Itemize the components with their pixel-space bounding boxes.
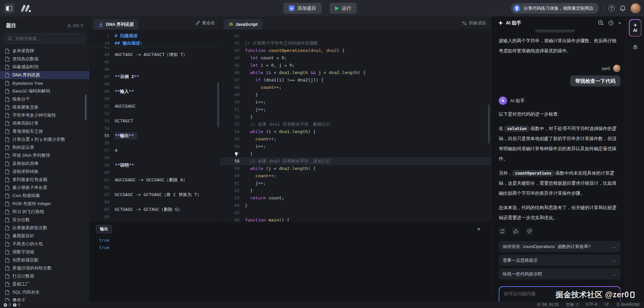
- code-line[interactable]: 45 let i = 0, j = 0;: [220, 62, 491, 69]
- run-button[interactable]: 运行: [330, 3, 357, 14]
- status-item[interactable]: {} JavaScript: [617, 302, 639, 308]
- markdown-line[interactable]: 65GCTGAGC -> GCTAGC（删除 G）: [90, 206, 220, 213]
- code-line[interactable]: 59 while (j < dna2.length) {: [220, 165, 491, 172]
- markdown-line[interactable]: 50: [90, 95, 220, 103]
- suggestion-chip[interactable]: 如何优化 `countOperations` 函数的计算效率?→: [499, 241, 621, 252]
- markdown-line[interactable]: 58: [90, 154, 220, 162]
- search-input[interactable]: [15, 36, 82, 41]
- markdown-scrollbar[interactable]: [217, 82, 219, 127]
- sidebar-item-selected[interactable]: DNA 序列还原: [0, 71, 90, 79]
- status-item[interactable]: 行 58, 列 25: [537, 302, 558, 308]
- code-line[interactable]: 43function countOperations(dna1, dna2) {: [220, 47, 491, 54]
- code-line[interactable]: 51 j++;: [220, 106, 491, 113]
- code-scrollbar[interactable]: [488, 105, 490, 143]
- markdown-line[interactable]: 59**说明**: [90, 162, 220, 169]
- sidebar-item[interactable]: 蛋糕工厂: [0, 280, 90, 288]
- thumbs-down-button[interactable]: [526, 228, 533, 235]
- rename-button[interactable]: 重命名: [196, 16, 215, 29]
- code-line[interactable]: 55 count++;: [220, 135, 491, 143]
- sidebar-item[interactable]: 猜数字游戏: [0, 248, 90, 256]
- code-line[interactable]: 44 let count = 0;: [220, 54, 491, 62]
- markdown-line[interactable]: 18## 输出描述:: [90, 40, 220, 47]
- sidebar-item[interactable]: 叠盘子: [0, 296, 90, 302]
- code-line[interactable]: 49 }: [220, 91, 491, 99]
- thumbs-up-button[interactable]: [512, 228, 520, 235]
- add-problem-button[interactable]: + 添加题目: [283, 3, 322, 14]
- sidebar-item[interactable]: 最小替换子串长度: [0, 184, 90, 192]
- code-line[interactable]: 42// 计算两个字符串之间的操作步骤数: [220, 40, 491, 47]
- markdown-line[interactable]: 53GCTAGCT: [90, 117, 220, 125]
- suggestion-chip[interactable]: 需要一点思路提示→: [499, 255, 621, 266]
- sidebar-item[interactable]: 多米诺骨牌: [0, 47, 90, 55]
- sidebar-item[interactable]: 拿到最多红包金额: [0, 176, 90, 184]
- code-line[interactable]: 60 count++;: [220, 172, 491, 180]
- code-line[interactable]: 62 }: [220, 187, 491, 194]
- errors-indicator[interactable]: 0: [3, 303, 11, 307]
- markdown-line[interactable]: 62: [90, 184, 220, 191]
- markdown-line[interactable]: 52: [90, 110, 220, 117]
- sidebar-scrollbar[interactable]: [85, 95, 87, 120]
- sidebar-item[interactable]: SQL 代码补全: [0, 288, 90, 296]
- code-line[interactable]: 64}: [220, 202, 491, 209]
- code-line[interactable]: 53 // 如果 dna1 还有剩余字符，删除它们: [220, 121, 491, 128]
- markdown-line[interactable]: 56: [90, 139, 220, 147]
- lightbulb-icon[interactable]: [234, 152, 238, 157]
- promo-banner-button[interactable]: 分享代码练习体验，领限量定制周边: [511, 3, 599, 14]
- output-close-icon[interactable]: ×: [477, 226, 485, 232]
- close-icon[interactable]: ×: [618, 20, 621, 25]
- sidebar-item[interactable]: 及格如此简单: [0, 160, 90, 168]
- user-avatar[interactable]: [631, 3, 641, 13]
- sidebar-item[interactable]: 百分位数: [0, 216, 90, 224]
- bell-icon[interactable]: [620, 5, 626, 12]
- history-icon[interactable]: [608, 20, 614, 26]
- markdown-line[interactable]: 45: [90, 58, 220, 66]
- status-item[interactable]: LF: [605, 302, 609, 308]
- app-logo[interactable]: [20, 4, 32, 13]
- code-line[interactable]: 56 i++;: [220, 143, 491, 150]
- sidebar-item[interactable]: 比赛最高获胜次数: [0, 224, 90, 232]
- sidebar-item[interactable]: 链表聚集交换: [0, 103, 90, 111]
- sidebar-item[interactable]: 进制求和转换: [0, 168, 90, 176]
- output-tab[interactable]: 输出: [96, 225, 112, 233]
- help-icon[interactable]: ?: [608, 5, 615, 11]
- sidebar-item[interactable]: 计算位置 x 到 y 的最少步数: [0, 135, 90, 143]
- code-line[interactable]: 48 count++;: [220, 84, 491, 91]
- sidebar-item[interactable]: Bytedance Tree: [0, 79, 90, 87]
- sidebar-item[interactable]: 字符串有多少种可能性: [0, 111, 90, 119]
- code-line[interactable]: 47 if (dna1[i] !== dna2[j]) {: [220, 76, 491, 84]
- markdown-line[interactable]: 44AGCTAGC -> AGCTAGCT（增加 T）: [90, 51, 220, 58]
- switch-language-button[interactable]: 切换语言: [462, 16, 486, 29]
- sidebar-item[interactable]: 暴雨梨花针: [0, 232, 90, 240]
- sidebar-item[interactable]: 猫鱼分干: [0, 95, 90, 103]
- sidebar-item[interactable]: 创意标题匹配: [0, 256, 90, 264]
- sidebar-item[interactable]: Cion 勒索病毒: [0, 192, 90, 200]
- sidebar-item[interactable]: 环状 DNA 序列整理: [0, 151, 90, 160]
- markdown-line[interactable]: 49**输入**: [90, 88, 220, 95]
- new-chat-icon[interactable]: [598, 20, 604, 26]
- search-box[interactable]: [4, 33, 86, 44]
- code-line[interactable]: 54 while (i < dna1.length) {: [220, 128, 491, 135]
- code-line[interactable]: 41: [220, 32, 491, 40]
- markdown-tab[interactable]: DNA 序列还原: [94, 19, 139, 29]
- ai-question-input[interactable]: [499, 287, 620, 302]
- code-line[interactable]: 65: [220, 209, 491, 217]
- warnings-indicator[interactable]: 0: [13, 303, 20, 307]
- status-item[interactable]: UTF-8: [586, 302, 597, 308]
- code-line[interactable]: 66function main() {: [220, 217, 491, 222]
- code-line[interactable]: 57 }: [220, 150, 491, 158]
- code-line-current[interactable]: 58 // 如果 dna2 还有剩余字符，添加它们: [220, 158, 491, 165]
- sidebar-item[interactable]: RGB 色值转 Integer: [0, 200, 90, 208]
- markdown-line[interactable]: 55**输出**: [90, 132, 220, 139]
- markdown-line[interactable]: 61AGCCGAGC -> GCCGAGC（删除 A）: [90, 176, 220, 184]
- sidebar-item[interactable]: 穿越沙漠的补给次数: [0, 264, 90, 272]
- markdown-line[interactable]: 47**示例 2**: [90, 73, 220, 80]
- code-line[interactable]: 50 i++;: [220, 99, 491, 106]
- markdown-line[interactable]: 43: [90, 47, 220, 51]
- markdown-line[interactable]: 66: [90, 213, 220, 221]
- code-editor[interactable]: 4142// 计算两个字符串之间的操作步骤数43function countOp…: [220, 29, 491, 222]
- language-tab[interactable]: JS JavaScript: [224, 19, 262, 29]
- sidebar-item[interactable]: Base32 编码和解码: [0, 87, 90, 95]
- code-line[interactable]: 61 j++;: [220, 180, 491, 187]
- sidebar-item[interactable]: 不再贪心的小包: [0, 240, 90, 248]
- code-line[interactable]: 63 return count;: [220, 194, 491, 202]
